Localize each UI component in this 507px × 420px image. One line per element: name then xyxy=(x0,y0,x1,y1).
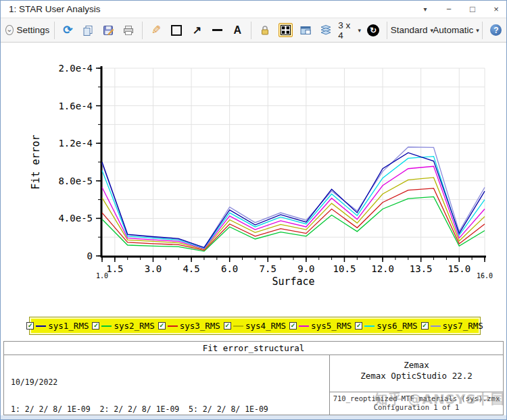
refresh-icon: ⟳ xyxy=(63,23,72,37)
svg-text:Fit error: Fit error xyxy=(30,134,42,189)
legend-checkbox-sys6[interactable]: ✓ xyxy=(355,322,362,330)
legend-label-sys7: sys7_RMS xyxy=(443,321,483,331)
legend-label-sys1: sys1_RMS xyxy=(48,321,89,331)
arrow-tool-button[interactable]: ↗ xyxy=(187,21,207,40)
pencil-tool-button[interactable]: ✎ xyxy=(146,21,166,40)
svg-text:2.0e-4: 2.0e-4 xyxy=(58,63,93,74)
help-button[interactable]: ? xyxy=(486,21,506,40)
rectangle-icon xyxy=(171,25,182,36)
legend-item-sys7: ✓ sys7_RMS xyxy=(421,321,483,331)
layers-button[interactable] xyxy=(316,21,336,40)
legend-swatch-sys4 xyxy=(233,325,243,327)
chart-canvas: 04.0e-58.0e-51.2e-41.6e-42.0e-41.53.04.5… xyxy=(1,43,506,317)
arrow-icon: ↗ xyxy=(193,24,201,36)
svg-text:0: 0 xyxy=(87,251,93,261)
legend-checkbox-sys4[interactable]: ✓ xyxy=(224,322,231,330)
chevron-down-icon: ▾ xyxy=(476,27,479,34)
legend-item-sys2: ✓ sys2_RMS xyxy=(92,321,154,331)
legend-checkbox-sys1[interactable]: ✓ xyxy=(26,322,34,330)
svg-text:6.0: 6.0 xyxy=(221,263,238,274)
fit-error-chart: 04.0e-58.0e-51.2e-41.6e-42.0e-41.53.04.5… xyxy=(1,43,506,317)
window-title: 1: STAR User Analysis xyxy=(9,4,101,14)
grid-layout-dropdown[interactable]: 3 x 4 ▾ xyxy=(336,21,363,40)
split-view-icon xyxy=(281,25,291,35)
scale-mode-dropdown[interactable]: Automatic ▾ xyxy=(433,21,479,40)
legend-label-sys4: sys4_RMS xyxy=(245,321,286,331)
results-body: 10/19/2022 1: 2/ 2/ 8/ 1E-09 2: 2/ 2/ 8/… xyxy=(4,355,503,415)
series-line-sys5_RMS xyxy=(102,166,485,248)
window-view-button[interactable] xyxy=(295,21,316,40)
results-date: 10/19/2022 xyxy=(11,378,329,387)
print-icon xyxy=(122,24,135,36)
legend-swatch-sys7 xyxy=(431,325,441,327)
copy-button[interactable] xyxy=(78,21,98,40)
legend-checkbox-sys7[interactable]: ✓ xyxy=(421,322,429,330)
print-button[interactable] xyxy=(118,21,139,40)
legend-swatch-sys5 xyxy=(299,325,309,327)
legend-label-sys6: sys6_RMS xyxy=(377,321,417,331)
legend-item-sys4: ✓ sys4_RMS xyxy=(224,321,286,331)
svg-text:10.5: 10.5 xyxy=(333,263,356,274)
svg-text:13.5: 13.5 xyxy=(410,263,433,274)
minimize-button[interactable]: − xyxy=(443,4,455,14)
toolbar-separator xyxy=(54,22,55,39)
lock-button[interactable] xyxy=(255,21,275,40)
legend-swatch-sys2 xyxy=(101,325,112,327)
save-button[interactable] xyxy=(98,21,118,40)
legend-item-sys3: ✓ sys3_RMS xyxy=(158,321,220,331)
window-menu-caret-icon[interactable]: ▾ xyxy=(419,5,431,13)
lock-icon xyxy=(259,24,271,36)
brand-name: Zemax xyxy=(330,360,503,371)
window-bottom-strip xyxy=(1,415,506,419)
svg-text:12.0: 12.0 xyxy=(371,263,394,274)
legend-checkbox-sys3[interactable]: ✓ xyxy=(158,322,166,330)
text-tool-button[interactable]: A xyxy=(227,21,247,40)
file-block: 710_reoptimized MTF materials (sys).zmx … xyxy=(330,392,503,415)
configuration-label: Configuration 1 of 1 xyxy=(331,403,502,412)
file-name: 710_reoptimized MTF materials (sys).zmx xyxy=(331,394,502,403)
legend-checkbox-sys2[interactable]: ✓ xyxy=(92,322,99,330)
scale-mode-value: Automatic xyxy=(433,25,473,35)
results-panel: Fit error_structural 10/19/2022 1: 2/ 2/… xyxy=(3,341,504,415)
window-view-icon xyxy=(299,24,312,36)
toolbar-separator xyxy=(482,22,483,39)
svg-text:7.5: 7.5 xyxy=(260,263,276,274)
line-tool-button[interactable] xyxy=(207,21,227,40)
toolbar-separator xyxy=(142,22,143,39)
svg-text:3.0: 3.0 xyxy=(145,263,162,274)
legend-label-sys2: sys2_RMS xyxy=(114,321,154,331)
rotate-button[interactable]: ↻ xyxy=(363,21,383,40)
display-mode-value: Standard xyxy=(391,25,428,35)
legend-item-sys1: ✓ sys1_RMS xyxy=(26,321,89,331)
close-button[interactable]: × xyxy=(490,4,502,14)
star-user-analysis-window: 1: STAR User Analysis ▾ − □ × ⌄ Settings… xyxy=(0,0,507,420)
split-view-button[interactable] xyxy=(275,21,295,40)
legend-swatch-sys3 xyxy=(168,325,178,327)
svg-text:9.0: 9.0 xyxy=(297,263,314,274)
legend-swatch-sys6 xyxy=(364,325,375,327)
svg-text:1.0: 1.0 xyxy=(96,272,108,280)
legend-item-sys6: ✓ sys6_RMS xyxy=(355,321,417,331)
rectangle-tool-button[interactable] xyxy=(166,21,187,40)
brand-block: Zemax Zemax OpticStudio 22.2 xyxy=(330,355,503,392)
brand-product: Zemax OpticStudio 22.2 xyxy=(330,371,503,382)
svg-text:15.0: 15.0 xyxy=(448,263,470,274)
svg-text:1.5: 1.5 xyxy=(106,263,123,274)
svg-text:8.0e-5: 8.0e-5 xyxy=(58,176,93,186)
legend-label-sys3: sys3_RMS xyxy=(180,321,220,331)
results-header: Fit error_structural xyxy=(4,342,503,355)
grid-layout-value: 3 x 4 xyxy=(338,20,355,41)
settings-button[interactable]: ⌄ Settings xyxy=(5,21,51,40)
svg-text:1.2e-4: 1.2e-4 xyxy=(58,138,93,149)
settings-label: Settings xyxy=(17,25,50,35)
svg-text:4.0e-5: 4.0e-5 xyxy=(58,213,93,224)
series-legend: ✓ sys1_RMS ✓ sys2_RMS ✓ sys3_RMS ✓ sys4_… xyxy=(29,317,481,335)
results-text-block: 10/19/2022 1: 2/ 2/ 8/ 1E-09 2: 2/ 2/ 8/… xyxy=(4,355,329,415)
chevron-down-icon: ⌄ xyxy=(5,25,13,35)
svg-text:Surface: Surface xyxy=(272,275,314,288)
display-mode-dropdown[interactable]: Standard ▾ xyxy=(391,21,433,40)
maximize-button[interactable]: □ xyxy=(466,4,479,14)
window-controls: ▾ − □ × xyxy=(419,1,502,18)
refresh-button[interactable]: ⟳ xyxy=(57,21,78,40)
legend-checkbox-sys5[interactable]: ✓ xyxy=(289,322,297,330)
